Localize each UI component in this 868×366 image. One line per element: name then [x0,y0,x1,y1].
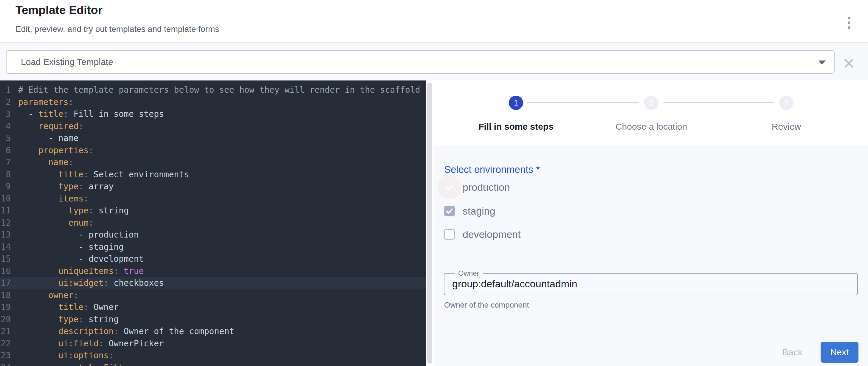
code-line: 10 items: [0,193,426,205]
code-line: 7 name: [0,156,426,169]
code-line: 17 ui:widget: checkboxes [0,277,426,289]
owner-input[interactable] [451,277,843,290]
code-text: - development [11,253,144,265]
owner-helper-text: Owner of the component [444,300,529,310]
code-line: 1# Edit the template parameters below to… [0,84,426,96]
code-line: 15 - development [0,253,426,265]
line-number: 13 [0,229,11,241]
line-number: 6 [0,145,11,157]
code-text: ui:options: [11,349,114,362]
code-text: title: Select environments [11,169,189,181]
code-text: ui:widget: checkboxes [11,277,164,289]
line-number: 16 [0,265,11,277]
line-number: 20 [0,313,11,326]
load-existing-template-select[interactable]: Load Existing Template [6,50,835,74]
template-preview-panel: 1Fill in some steps2Choose a location3Re… [434,81,868,366]
line-number: 12 [0,217,11,229]
line-number: 14 [0,241,11,253]
code-text: properties: [11,145,94,157]
line-number: 8 [0,169,11,181]
line-number: 4 [0,120,11,133]
code-line: 6 properties: [0,145,426,157]
select-value: Load Existing Template [21,57,113,67]
code-text: ui:field: OwnerPicker [11,338,164,350]
line-number: 23 [0,349,11,362]
code-text: enum: [11,217,94,229]
code-text: description: Owner of the component [11,326,234,338]
step-form: Select environments * productionstagingd… [434,146,868,366]
step-circle-3: 3 [779,96,794,110]
line-number: 15 [0,253,11,265]
line-number: 7 [0,156,11,169]
editor-scrollbar-thumb[interactable] [427,83,432,364]
code-line: 2parameters: [0,96,426,109]
step-label-3: Review [772,122,801,132]
code-line: 13 - production [0,229,426,241]
line-number: 21 [0,326,11,338]
step-connector [527,102,640,103]
step-connector [662,102,774,103]
line-number: 24 [0,362,11,366]
code-text: - production [11,229,139,241]
code-text: required: [11,120,84,133]
page-title: Template Editor [16,4,102,17]
line-number: 10 [0,193,11,205]
code-text: title: Owner [11,301,119,313]
code-line: 24 catalogFilter: [0,362,426,366]
code-line: 4 required: [0,120,426,133]
code-line: 11 type: string [0,205,426,217]
code-text: owner: [11,289,79,302]
line-number: 2 [0,96,11,109]
code-text: - title: Fill in some steps [11,108,164,120]
code-text: name: [11,156,73,169]
template-editor-page: Template Editor Edit, preview, and try o… [0,0,868,366]
stepper: 1Fill in some steps2Choose a location3Re… [434,81,868,146]
owner-field: Owner [444,269,858,295]
line-number: 1 [0,84,11,96]
step-circle-1: 1 [509,96,523,110]
checkbox-row-staging: staging [444,206,495,216]
code-line: 16 uniqueItems: true [0,265,426,277]
code-line: 9 type: array [0,181,426,193]
kebab-menu-icon[interactable] [842,13,856,32]
line-number: 17 [0,277,11,289]
select-environments-label: Select environments * [444,164,540,175]
line-number: 19 [0,301,11,313]
close-icon[interactable] [843,58,855,69]
code-line: 8 title: Select environments [0,169,426,181]
back-button[interactable]: Back [771,342,814,363]
code-text: - name [11,132,79,145]
code-line: 14 - staging [0,241,426,253]
owner-field-label: Owner [455,269,483,277]
yaml-code-editor[interactable]: 1# Edit the template parameters below to… [0,81,426,366]
code-text: - staging [11,241,124,253]
next-button[interactable]: Next [820,342,859,363]
code-text: items: [11,193,89,205]
code-line: 3 - title: Fill in some steps [0,108,426,120]
checkbox-production[interactable] [444,182,455,192]
chevron-down-icon [818,61,826,65]
code-text: catalogFilter: [11,362,139,366]
checkbox-row-production: production [444,182,510,192]
code-text: type: string [11,205,129,217]
checkbox-label-development[interactable]: development [463,228,521,240]
line-number: 22 [0,338,11,350]
line-number: 3 [0,108,11,120]
code-line: 5 - name [0,132,426,145]
load-template-toolbar: Load Existing Template [0,42,868,81]
line-number: 11 [0,205,11,217]
checkbox-staging[interactable] [444,206,455,216]
checkbox-label-staging[interactable]: staging [463,205,495,217]
checkbox-label-production[interactable]: production [463,182,510,193]
page-subtitle: Edit, preview, and try out templates and… [16,25,219,34]
step-circle-2: 2 [644,96,658,110]
code-line: 20 type: string [0,313,426,326]
line-number: 18 [0,289,11,302]
line-number: 5 [0,132,11,145]
checkbox-row-development: development [444,229,521,240]
code-line: 12 enum: [0,217,426,229]
code-line: 19 title: Owner [0,301,426,313]
checkbox-development[interactable] [444,229,455,240]
code-text: # Edit the template parameters below to … [11,84,420,96]
code-text: type: string [11,313,119,326]
